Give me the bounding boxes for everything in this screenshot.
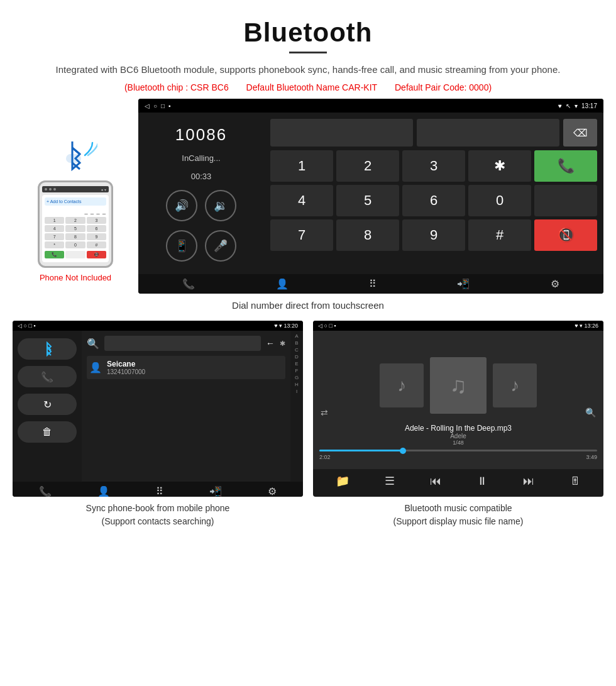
pb-alpha-index: A B C D E F G H I bbox=[290, 331, 303, 482]
call-side-btn[interactable]: 📞 bbox=[18, 366, 77, 387]
pb-sidebar: 📞 ↻ 🗑 bbox=[13, 331, 82, 482]
key-star[interactable]: ✱ bbox=[468, 150, 531, 182]
dialer-btn-row-2: 📱 🎤 bbox=[166, 230, 236, 262]
main-screenshot-row: ● ▾ + Add to Contacts _ _ _ _ 123 456 78… bbox=[0, 99, 616, 294]
key-8[interactable]: 8 bbox=[336, 219, 399, 251]
prev-icon[interactable]: ⏮ bbox=[430, 475, 441, 488]
volume-up-button[interactable]: 🔊 bbox=[166, 190, 197, 221]
svg-rect-3 bbox=[66, 154, 81, 163]
pb-back-arrow[interactable]: ← bbox=[266, 338, 275, 348]
transfer-button[interactable]: 📱 bbox=[166, 230, 197, 262]
transfer-nav-icon[interactable]: 📲 bbox=[457, 278, 470, 290]
pb-search-row: 🔍 ← ✱ bbox=[87, 336, 285, 351]
mute-button[interactable]: 🎤 bbox=[205, 230, 236, 262]
delete-side-btn[interactable]: 🗑 bbox=[18, 421, 77, 443]
music-times: 2:02 3:49 bbox=[319, 454, 597, 460]
contacts-nav-icon[interactable]: 👤 bbox=[276, 278, 289, 290]
pb-search-bar[interactable] bbox=[104, 336, 261, 351]
spec-code: Default Pair Code: 0000) bbox=[395, 82, 492, 92]
music-title: Adele - Rolling In the Deep.mp3 bbox=[405, 424, 512, 433]
key-0[interactable]: 0 bbox=[468, 185, 531, 216]
key-6[interactable]: 6 bbox=[402, 185, 465, 216]
shuffle-icon[interactable]: ⇄ bbox=[321, 407, 328, 418]
phone-not-included-label: Phone Not Included bbox=[40, 273, 111, 282]
phonebook-screen: ◁ ○ □ ▪ ♥ ▾ 13:20 📞 ↻ 🗑 bbox=[13, 321, 303, 497]
music-bottom-nav: 📁 ☰ ⏮ ⏸ ⏭ 🎚 bbox=[313, 469, 603, 493]
contact-avatar-icon: 👤 bbox=[89, 362, 102, 373]
music-search-icon[interactable]: 🔍 bbox=[585, 407, 596, 418]
keypad-nav-icon[interactable]: ⠿ bbox=[369, 278, 377, 290]
music-art-right: ♪ bbox=[493, 363, 537, 407]
signal-icon: ▾ bbox=[575, 102, 578, 109]
dialer-timer: 00:33 bbox=[191, 172, 212, 181]
key-4[interactable]: 4 bbox=[270, 185, 333, 216]
progress-bar bbox=[319, 450, 597, 451]
dialer-left-panel: 10086 InCalling... 00:33 🔊 🔉 📱 🎤 bbox=[138, 113, 264, 274]
search-icon: 🔍 bbox=[87, 338, 99, 350]
dialer-bottom-nav: 📞 👤 ⠿ 📲 ⚙ bbox=[138, 274, 603, 294]
page-specs: (Bluetooth chip : CSR BC6 Default Blueto… bbox=[38, 82, 578, 92]
page-title: Bluetooth bbox=[38, 18, 578, 48]
spec-chip: (Bluetooth chip : CSR BC6 bbox=[124, 82, 229, 92]
phone-nav-icon[interactable]: 📞 bbox=[182, 278, 195, 290]
statusbar-right-icons: ♥ ↖ ▾ 13:17 bbox=[558, 102, 597, 109]
back-icon: ◁ bbox=[145, 102, 150, 109]
key-empty-1 bbox=[534, 185, 597, 216]
music-caption-line2: (Support display music file name) bbox=[393, 516, 524, 526]
pb-contact-row[interactable]: 👤 Seicane 13241007000 bbox=[87, 356, 285, 379]
call-icon-status: ↖ bbox=[566, 102, 571, 109]
key-3[interactable]: 3 bbox=[402, 150, 465, 182]
volume-down-button[interactable]: 🔉 bbox=[205, 190, 236, 221]
bottom-screenshots: ◁ ○ □ ▪ ♥ ▾ 13:20 📞 ↻ 🗑 bbox=[0, 321, 616, 528]
pb-settings-icon[interactable]: ⚙ bbox=[268, 485, 277, 497]
music-total-time: 3:49 bbox=[586, 454, 597, 460]
spec-name: Default Bluetooth Name CAR-KIT bbox=[246, 82, 378, 92]
pb-main: 🔍 ← ✱ 👤 Seicane 13241007000 bbox=[82, 331, 290, 482]
phone-mockup: ● ▾ + Add to Contacts _ _ _ _ 123 456 78… bbox=[38, 180, 113, 268]
dialer-right-panel: ⌫ 1 2 3 ✱ 📞 4 5 6 0 7 8 9 # 📵 bbox=[264, 113, 603, 274]
folder-icon[interactable]: 📁 bbox=[336, 474, 349, 488]
music-track: 1/48 bbox=[405, 440, 512, 446]
phonebook-caption-line2: (Support contacts searching) bbox=[102, 516, 214, 526]
play-pause-icon[interactable]: ⏸ bbox=[476, 475, 488, 488]
pb-time: ♥ ▾ 13:20 bbox=[274, 323, 298, 329]
settings-nav-icon[interactable]: ⚙ bbox=[551, 278, 559, 290]
pb-grid-icon[interactable]: ⠿ bbox=[156, 485, 163, 497]
music-statusbar: ◁ ○ □ ▪ ♥ ▾ 13:26 bbox=[313, 321, 603, 331]
key-5[interactable]: 5 bbox=[336, 185, 399, 216]
page-header: Bluetooth Integrated with BC6 Bluetooth … bbox=[0, 0, 616, 99]
progress-dot[interactable] bbox=[400, 448, 406, 454]
dialer-number: 10086 bbox=[175, 125, 227, 145]
statusbar-left-icons: ◁ ○ □ ▪ bbox=[145, 102, 171, 109]
equalizer-icon[interactable]: 🎚 bbox=[569, 475, 581, 488]
pb-contact-info: Seicane 13241007000 bbox=[107, 360, 145, 375]
dialer-statusbar: ◁ ○ □ ▪ ♥ ↖ ▾ 13:17 bbox=[138, 99, 603, 113]
dialer-screen: ◁ ○ □ ▪ ♥ ↖ ▾ 13:17 10086 InCalling... 0… bbox=[138, 99, 603, 294]
call-button[interactable]: 📞 bbox=[534, 150, 597, 182]
pb-nav-icons-left: ◁ ○ □ ▪ bbox=[18, 323, 36, 329]
progress-fill bbox=[319, 450, 403, 451]
bluetooth-btn[interactable] bbox=[18, 338, 77, 360]
star-indicator: ✱ bbox=[280, 340, 285, 348]
next-icon[interactable]: ⏭ bbox=[523, 475, 534, 488]
page-description: Integrated with BC6 Bluetooth module, su… bbox=[38, 62, 578, 77]
key-7[interactable]: 7 bbox=[270, 219, 333, 251]
dialer-btn-row-1: 🔊 🔉 bbox=[166, 190, 236, 221]
refresh-side-btn[interactable]: ↻ bbox=[18, 394, 77, 415]
pb-transfer-icon[interactable]: 📲 bbox=[209, 485, 222, 497]
key-2[interactable]: 2 bbox=[336, 150, 399, 182]
music-art-area: ♪ ♫ ♪ bbox=[380, 357, 537, 414]
pb-phone-icon[interactable]: 📞 bbox=[39, 485, 52, 497]
display-input-1 bbox=[270, 119, 413, 147]
recents-icon: □ bbox=[161, 102, 165, 109]
end-call-button[interactable]: 📵 bbox=[534, 219, 597, 251]
music-current-time: 2:02 bbox=[319, 454, 331, 460]
music-progress bbox=[319, 450, 597, 451]
key-hash[interactable]: # bbox=[468, 219, 531, 251]
phonebook-item: ◁ ○ □ ▪ ♥ ▾ 13:20 📞 ↻ 🗑 bbox=[13, 321, 303, 528]
pb-contacts-icon[interactable]: 👤 bbox=[97, 485, 110, 497]
key-1[interactable]: 1 bbox=[270, 150, 333, 182]
delete-button[interactable]: ⌫ bbox=[563, 119, 597, 147]
key-9[interactable]: 9 bbox=[402, 219, 465, 251]
list-icon[interactable]: ☰ bbox=[385, 474, 395, 488]
